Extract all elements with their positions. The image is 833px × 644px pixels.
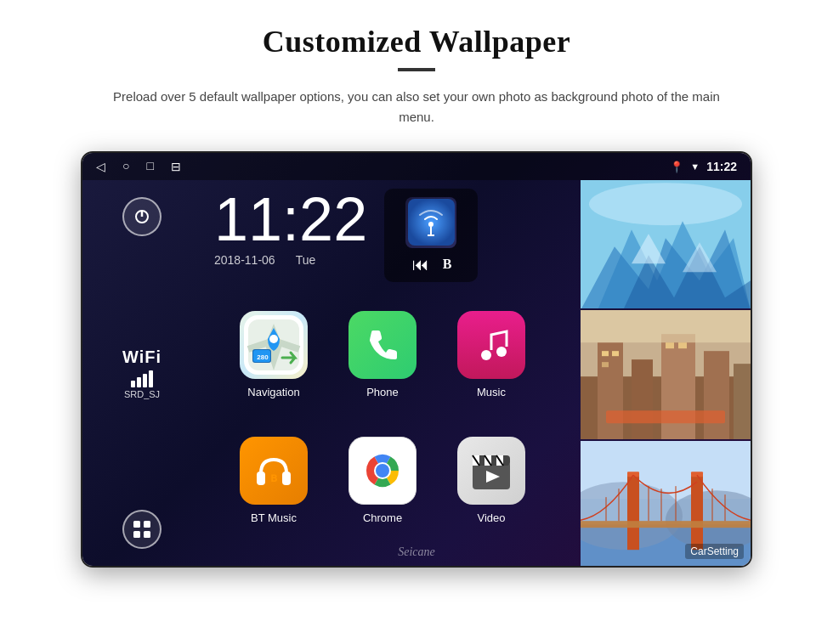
svg-rect-48 (612, 351, 619, 356)
wifi-ssid: SRD_SJ (124, 389, 160, 399)
svg-point-7 (428, 222, 434, 227)
building-thumbnail (581, 310, 751, 438)
android-screen: 📍 ▼ 11:22 WiFi (82, 153, 751, 566)
btmusic-label: BT Music (251, 511, 297, 524)
video-icon-container (457, 437, 525, 505)
wallpaper-thumbnails (581, 180, 751, 568)
title-divider (398, 68, 435, 71)
watermark: Seicane (398, 545, 435, 559)
back-icon[interactable] (96, 160, 105, 174)
svg-rect-45 (704, 351, 729, 438)
svg-text:ʙ: ʙ (270, 471, 277, 484)
svg-rect-53 (606, 410, 725, 423)
svg-rect-4 (133, 531, 140, 538)
svg-rect-46 (734, 364, 751, 438)
wifi-bar-1 (131, 381, 135, 387)
page-title: Customized Wallpaper (263, 24, 570, 59)
chrome-icon-container (348, 437, 416, 505)
svg-rect-51 (678, 342, 687, 348)
app-music[interactable]: Music (440, 295, 542, 414)
next-track-icon[interactable]: B (443, 257, 450, 272)
chrome-label: Chrome (363, 511, 402, 524)
svg-rect-18 (257, 472, 265, 485)
clock-date-value: 2018-11-06 (214, 253, 275, 267)
wifi-bar-2 (137, 377, 141, 387)
power-button[interactable] (122, 197, 162, 236)
media-widget[interactable]: ⏮ B (384, 189, 478, 282)
svg-rect-47 (602, 351, 609, 356)
status-right: 📍 ▼ 11:22 (670, 160, 737, 173)
svg-rect-63 (581, 521, 751, 528)
clock-date: 2018-11-06 Tue (214, 253, 367, 267)
svg-text:280: 280 (257, 353, 269, 361)
svg-rect-49 (602, 362, 609, 367)
prev-track-icon[interactable]: ⏮ (412, 255, 429, 274)
left-sidebar: WiFi SRD_SJ (82, 180, 201, 566)
wifi-bar-4 (149, 370, 153, 387)
media-controls: ⏮ B (412, 255, 450, 274)
svg-point-17 (496, 347, 507, 357)
navigation-label: Navigation (247, 386, 299, 398)
svg-point-16 (481, 350, 491, 360)
car-setting-label[interactable]: CarSetting (685, 544, 744, 559)
svg-point-23 (376, 464, 389, 477)
app-chrome[interactable]: Chrome (332, 421, 434, 539)
media-icon (405, 197, 456, 248)
status-bar: 📍 ▼ 11:22 (82, 153, 751, 180)
wallpaper-building[interactable] (581, 310, 751, 438)
svg-rect-50 (666, 342, 674, 348)
page-description: Preload over 5 default wallpaper options… (102, 87, 731, 127)
music-label: Music (477, 386, 506, 398)
svg-rect-52 (581, 310, 751, 342)
ice-thumbnail (581, 180, 751, 308)
app-phone[interactable]: Phone (332, 295, 434, 414)
recent-icon[interactable] (146, 160, 153, 173)
svg-point-12 (269, 335, 278, 343)
wifi-bar-3 (143, 374, 147, 387)
wallpaper-ice[interactable] (581, 180, 751, 308)
svg-rect-42 (598, 342, 623, 438)
clock-display: 11:22 2018-11-06 Tue (214, 189, 367, 267)
music-icon-container (457, 311, 525, 379)
svg-rect-5 (144, 531, 150, 538)
app-btmusic[interactable]: ʙ BT Music (223, 421, 325, 539)
navigation-icon: 280 (240, 311, 308, 379)
clock-time: 11:22 (214, 189, 367, 250)
signal-icon: ▼ (690, 161, 700, 172)
video-label: Video (477, 511, 505, 524)
svg-rect-19 (282, 472, 291, 485)
phone-label: Phone (366, 386, 399, 398)
svg-point-34 (589, 183, 742, 225)
screenshot-icon[interactable] (171, 160, 181, 174)
svg-rect-3 (144, 521, 150, 528)
apps-grid-button[interactable] (122, 510, 162, 549)
home-icon[interactable] (122, 160, 129, 173)
phone-icon-container (348, 311, 416, 379)
wifi-label: WiFi (122, 347, 162, 367)
wifi-bars (131, 370, 153, 387)
clock-day: Tue (296, 253, 316, 267)
app-video[interactable]: Video (440, 421, 542, 539)
location-icon: 📍 (670, 161, 683, 173)
app-navigation[interactable]: 280 Navigation (223, 295, 325, 414)
svg-rect-59 (627, 473, 639, 550)
status-time: 11:22 (706, 160, 737, 173)
device-frame: 📍 ▼ 11:22 WiFi (81, 151, 752, 568)
wifi-widget: WiFi SRD_SJ (122, 347, 162, 399)
nav-icons-group (96, 160, 181, 174)
svg-rect-43 (632, 359, 653, 438)
svg-rect-2 (133, 521, 140, 528)
btmusic-icon-container: ʙ (240, 437, 308, 505)
page-wrapper: Customized Wallpaper Preload over 5 defa… (0, 0, 833, 644)
